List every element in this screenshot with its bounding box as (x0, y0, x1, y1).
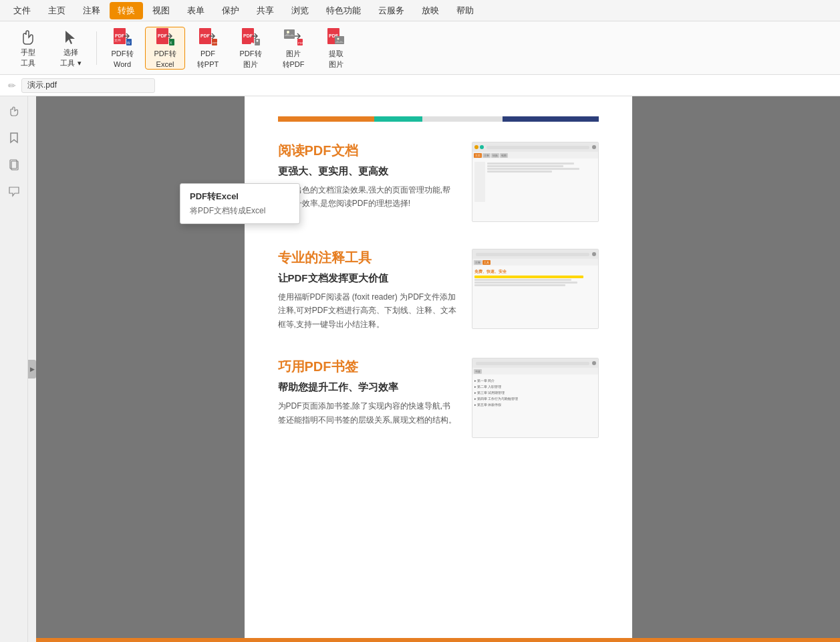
color-seg-navy (503, 116, 599, 122)
pdf-section-annotate: 专业的注释工具 让PDF文档发挥更大价值 使用福昕PDF阅读器 (foxit r… (278, 249, 599, 331)
tooltip-popup: PDF转Excel 将PDF文档转成Excel (180, 183, 300, 224)
pdf-section-bookmark-text: 巧用PDF书签 帮助您提升工作、学习效率 为PDF页面添加书签,除了实现内容的快… (278, 358, 458, 438)
pdf-section-read-text: 阅读PDF文档 更强大、更实用、更高效 拥有出色的文档渲染效果,强大的页面管理功… (278, 142, 458, 222)
select-tool-button[interactable]: 选择 工具 ▾ (51, 27, 91, 70)
section1-title: 阅读PDF文档 (278, 142, 458, 160)
thumb3-item3: ▸ 第三章 试用期管理 (474, 390, 596, 396)
pdf-image-icon: PDF (240, 27, 261, 48)
thumb1-tab-active: 主页 (474, 153, 482, 158)
thumb2-close (592, 252, 596, 256)
menu-view[interactable]: 视图 (144, 2, 178, 19)
thumb1-sidebar (474, 162, 485, 202)
thumb1-line3 (487, 168, 580, 170)
menu-help[interactable]: 帮助 (448, 2, 482, 19)
select-tool-label: 选择 (63, 48, 78, 57)
thumb1-line2 (487, 165, 563, 167)
pdf-to-ppt-button[interactable]: PDF PPT PDF 转PPT (188, 27, 228, 70)
thumb1-dot2 (480, 145, 484, 149)
menu-share[interactable]: 共享 (249, 2, 282, 19)
pdf-section-bookmark: 巧用PDF书签 帮助您提升工作、学习效率 为PDF页面添加书签,除了实现内容的快… (278, 358, 599, 438)
bottom-bar (36, 638, 840, 642)
content-area: 阅读PDF文档 更强大、更实用、更高效 拥有出色的文档渲染效果,强大的页面管理功… (36, 96, 840, 642)
pdf-excel-label2: Excel (156, 60, 174, 69)
image-pdf-label: 图片 (286, 49, 301, 58)
thumb3-header (472, 358, 598, 368)
thumb2-tab1: 注释 (474, 260, 482, 265)
svg-text:PDF: PDF (158, 33, 168, 38)
thumb2-title-bar (476, 253, 589, 256)
svg-rect-17 (284, 29, 295, 39)
image-to-pdf-button[interactable]: PDF 图片 转PDF (273, 27, 313, 70)
section1-subtitle: 更强大、更实用、更高效 (278, 165, 458, 178)
thumb1-header (472, 142, 598, 152)
pdf-thumb-2: 注释 工具 免费、快速、安全 (472, 249, 599, 329)
panel-comment-icon[interactable] (5, 182, 23, 201)
color-seg-gray (422, 116, 503, 122)
hand-tool-label2: 工具 (21, 59, 35, 68)
menu-comment[interactable]: 注释 (75, 2, 108, 19)
pdf-to-word-button[interactable]: PDF 文件 W PDF转 Word (102, 27, 142, 70)
thumb3-content: ▸ 第一章 简介 ▸ 第二章 入职管理 ▸ 第三章 试用期管理 ▸ 第四章 工作… (474, 378, 596, 408)
svg-text:PDF: PDF (115, 33, 125, 38)
hand-tool-label: 手型 (21, 48, 35, 57)
thumb2-highlight1 (474, 276, 584, 278)
svg-text:PDF: PDF (243, 33, 253, 38)
svg-text:PDF: PDF (200, 33, 211, 38)
pdf-to-image-button[interactable]: PDF PDF转 图片 (231, 27, 271, 70)
color-seg-teal (374, 116, 422, 122)
svg-point-18 (287, 31, 289, 33)
svg-text:PPT: PPT (213, 41, 218, 45)
toolbar: 手型 工具 选择 工具 ▾ PDF 文件 W PDF转 Word (0, 21, 840, 75)
menu-file[interactable]: 文件 (5, 2, 39, 19)
thumb3-item2: ▸ 第二章 入职管理 (474, 384, 596, 390)
thumb1-body (472, 160, 598, 204)
svg-point-16 (257, 40, 259, 42)
thumb1-tab-view: 视图 (500, 153, 508, 158)
extract-label2: 图片 (329, 60, 343, 69)
address-input[interactable] (21, 78, 155, 93)
color-seg-orange (278, 116, 374, 122)
panel-bookmark-icon[interactable] (5, 128, 23, 147)
pdf-to-excel-button[interactable]: PDF X PDF转 Excel (145, 27, 185, 70)
menu-feature[interactable]: 特色功能 (318, 2, 369, 19)
thumb1-title-bar (486, 146, 589, 149)
panel-pages-icon[interactable] (5, 155, 23, 174)
menu-slideshow[interactable]: 放映 (414, 2, 447, 19)
collapse-container: ▶ (28, 96, 36, 642)
thumb2-body: 免费、快速、安全 (472, 267, 598, 289)
image-pdf-label2: 转PDF (283, 60, 305, 69)
svg-text:PDF: PDF (298, 41, 304, 45)
left-panel (0, 96, 28, 642)
menu-convert[interactable]: 转换 (110, 2, 143, 19)
menu-browse[interactable]: 浏览 (283, 2, 317, 19)
thumb3-toolbar: 书签 (472, 368, 598, 374)
select-tool-label2: 工具 ▾ (60, 59, 81, 68)
collapse-button[interactable]: ▶ (28, 360, 36, 379)
tooltip-description: 将PDF文档转成Excel (190, 205, 290, 217)
hand-tool-button[interactable]: 手型 工具 (8, 27, 48, 70)
collapse-arrow: ▶ (30, 366, 35, 372)
thumb3-body: ▸ 第一章 简介 ▸ 第二章 入职管理 ▸ 第三章 试用期管理 ▸ 第四章 工作… (472, 376, 598, 410)
section3-title: 巧用PDF书签 (278, 358, 458, 376)
pdf-word-label: PDF转 (112, 49, 134, 58)
section2-body: 使用福昕PDF阅读器 (foxit reader) 为PDF文件添加注释,可对P… (278, 290, 458, 331)
extract-image-button[interactable]: PDF 提取 图片 (316, 27, 356, 70)
menu-protect[interactable]: 保护 (214, 2, 247, 19)
thumb2-tab2: 工具 (482, 260, 491, 265)
svg-rect-23 (335, 36, 344, 44)
pdf-ppt-label2: 转PPT (197, 60, 219, 69)
menu-home[interactable]: 主页 (40, 2, 74, 19)
pdf-ppt-label: PDF (200, 49, 215, 58)
pdf-thumb-1: 主页 注释 转换 视图 (472, 142, 599, 222)
thumb1-toolbar: 主页 注释 转换 视图 (472, 152, 598, 158)
menu-cloud[interactable]: 云服务 (370, 2, 412, 19)
pdf-section-annotate-text: 专业的注释工具 让PDF文档发挥更大价值 使用福昕PDF阅读器 (foxit r… (278, 249, 458, 331)
thumb2-toolbar: 注释 工具 (472, 259, 598, 265)
menu-form[interactable]: 表单 (179, 2, 213, 19)
select-icon (60, 28, 82, 47)
thumb3-item4: ▸ 第四章 工作行为与勤勉管理 (474, 396, 596, 402)
thumb2-header (472, 249, 598, 259)
thumb3-close (592, 361, 596, 365)
panel-hand-icon[interactable] (5, 102, 23, 120)
pdf-ppt-icon: PDF PPT (197, 27, 219, 48)
